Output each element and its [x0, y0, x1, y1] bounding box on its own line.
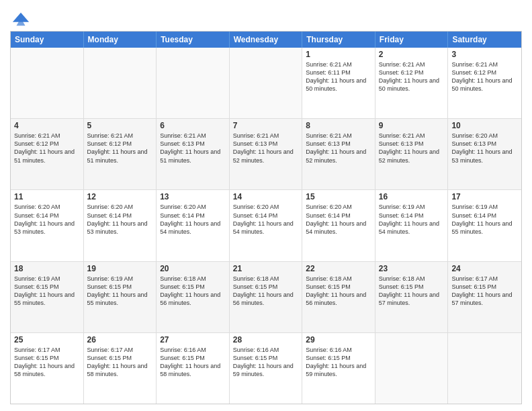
cal-cell-3-3: 21Sunrise: 6:18 AM Sunset: 6:15 PM Dayli… [230, 262, 303, 332]
day-number: 25 [14, 335, 80, 345]
day-number: 6 [160, 121, 226, 130]
cell-info: Sunrise: 6:21 AM Sunset: 6:12 PM Dayligh… [379, 60, 445, 93]
cell-info: Sunrise: 6:21 AM Sunset: 6:13 PM Dayligh… [233, 132, 299, 165]
day-number: 19 [87, 264, 153, 273]
calendar-body: 1Sunrise: 6:21 AM Sunset: 6:11 PM Daylig… [11, 48, 521, 404]
day-number: 24 [451, 264, 518, 273]
cell-info: Sunrise: 6:20 AM Sunset: 6:14 PM Dayligh… [233, 203, 299, 236]
cell-info: Sunrise: 6:16 AM Sunset: 6:15 PM Dayligh… [233, 346, 299, 379]
cal-cell-0-5: 2Sunrise: 6:21 AM Sunset: 6:12 PM Daylig… [375, 48, 449, 118]
day-number: 27 [160, 335, 226, 345]
day-number: 20 [160, 264, 226, 273]
cal-cell-1-1: 5Sunrise: 6:21 AM Sunset: 6:12 PM Daylig… [84, 119, 157, 189]
cal-cell-3-0: 18Sunrise: 6:19 AM Sunset: 6:15 PM Dayli… [11, 262, 84, 332]
cal-cell-2-6: 17Sunrise: 6:19 AM Sunset: 6:14 PM Dayli… [448, 190, 521, 261]
cal-cell-2-4: 15Sunrise: 6:20 AM Sunset: 6:14 PM Dayli… [302, 190, 375, 261]
cal-cell-1-3: 7Sunrise: 6:21 AM Sunset: 6:13 PM Daylig… [230, 119, 303, 189]
day-number: 28 [233, 335, 299, 345]
cell-info: Sunrise: 6:18 AM Sunset: 6:15 PM Dayligh… [160, 275, 226, 308]
day-number: 3 [451, 50, 518, 59]
day-number: 2 [379, 50, 445, 59]
cell-info: Sunrise: 6:21 AM Sunset: 6:12 PM Dayligh… [451, 60, 518, 93]
day-number: 16 [379, 192, 445, 201]
logo [10, 9, 30, 26]
cell-info: Sunrise: 6:18 AM Sunset: 6:15 PM Dayligh… [306, 275, 371, 308]
logo-icon [11, 9, 30, 28]
day-number: 7 [233, 121, 299, 130]
cell-info: Sunrise: 6:21 AM Sunset: 6:12 PM Dayligh… [87, 132, 153, 165]
cell-info: Sunrise: 6:21 AM Sunset: 6:13 PM Dayligh… [306, 132, 371, 165]
cal-cell-1-6: 10Sunrise: 6:20 AM Sunset: 6:13 PM Dayli… [448, 119, 521, 189]
cal-cell-0-6: 3Sunrise: 6:21 AM Sunset: 6:12 PM Daylig… [448, 48, 521, 118]
cal-cell-3-2: 20Sunrise: 6:18 AM Sunset: 6:15 PM Dayli… [157, 262, 230, 332]
day-number: 26 [87, 335, 153, 345]
day-number: 21 [233, 264, 299, 273]
cell-info: Sunrise: 6:18 AM Sunset: 6:15 PM Dayligh… [379, 275, 445, 308]
cal-cell-2-0: 11Sunrise: 6:20 AM Sunset: 6:14 PM Dayli… [11, 190, 84, 261]
cell-info: Sunrise: 6:20 AM Sunset: 6:14 PM Dayligh… [87, 203, 153, 236]
cell-info: Sunrise: 6:16 AM Sunset: 6:15 PM Dayligh… [306, 346, 371, 379]
cal-cell-0-0 [11, 48, 84, 118]
day-number: 17 [451, 192, 518, 201]
calendar-row-1: 4Sunrise: 6:21 AM Sunset: 6:12 PM Daylig… [11, 119, 521, 190]
day-number: 4 [14, 121, 80, 130]
day-number: 22 [306, 264, 371, 273]
header-day-monday: Monday [84, 32, 157, 48]
day-number: 23 [379, 264, 445, 273]
cal-cell-1-4: 8Sunrise: 6:21 AM Sunset: 6:13 PM Daylig… [302, 119, 375, 189]
day-number: 5 [87, 121, 153, 130]
cal-cell-4-3: 28Sunrise: 6:16 AM Sunset: 6:15 PM Dayli… [230, 333, 303, 404]
cal-cell-0-3 [230, 48, 303, 118]
calendar-row-3: 18Sunrise: 6:19 AM Sunset: 6:15 PM Dayli… [11, 262, 521, 333]
cell-info: Sunrise: 6:17 AM Sunset: 6:15 PM Dayligh… [14, 346, 80, 379]
day-number: 14 [233, 192, 299, 201]
calendar-row-2: 11Sunrise: 6:20 AM Sunset: 6:14 PM Dayli… [11, 190, 521, 261]
cell-info: Sunrise: 6:20 AM Sunset: 6:14 PM Dayligh… [306, 203, 371, 236]
calendar-header: SundayMondayTuesdayWednesdayThursdayFrid… [11, 32, 521, 48]
cal-cell-0-1 [84, 48, 157, 118]
header-day-tuesday: Tuesday [157, 32, 230, 48]
cell-info: Sunrise: 6:21 AM Sunset: 6:13 PM Dayligh… [160, 132, 226, 165]
day-number: 8 [306, 121, 371, 130]
cal-cell-4-1: 26Sunrise: 6:17 AM Sunset: 6:15 PM Dayli… [84, 333, 157, 404]
cal-cell-0-2 [157, 48, 230, 118]
day-number: 15 [306, 192, 371, 201]
page: SundayMondayTuesdayWednesdayThursdayFrid… [0, 0, 532, 411]
header-day-thursday: Thursday [302, 32, 375, 48]
cal-cell-3-5: 23Sunrise: 6:18 AM Sunset: 6:15 PM Dayli… [375, 262, 449, 332]
cal-cell-4-2: 27Sunrise: 6:16 AM Sunset: 6:15 PM Dayli… [157, 333, 230, 404]
cal-cell-4-5 [375, 333, 449, 404]
cell-info: Sunrise: 6:18 AM Sunset: 6:15 PM Dayligh… [233, 275, 299, 308]
cell-info: Sunrise: 6:21 AM Sunset: 6:12 PM Dayligh… [14, 132, 80, 165]
header-day-wednesday: Wednesday [230, 32, 303, 48]
cal-cell-2-1: 12Sunrise: 6:20 AM Sunset: 6:14 PM Dayli… [84, 190, 157, 261]
header-day-friday: Friday [375, 32, 449, 48]
cal-cell-4-4: 29Sunrise: 6:16 AM Sunset: 6:15 PM Dayli… [302, 333, 375, 404]
day-number: 18 [14, 264, 80, 273]
calendar: SundayMondayTuesdayWednesdayThursdayFrid… [10, 31, 522, 404]
day-number: 12 [87, 192, 153, 201]
cell-info: Sunrise: 6:16 AM Sunset: 6:15 PM Dayligh… [160, 346, 226, 379]
cell-info: Sunrise: 6:17 AM Sunset: 6:15 PM Dayligh… [87, 346, 153, 379]
cell-info: Sunrise: 6:20 AM Sunset: 6:14 PM Dayligh… [14, 203, 80, 236]
cal-cell-3-6: 24Sunrise: 6:17 AM Sunset: 6:15 PM Dayli… [448, 262, 521, 332]
day-number: 29 [306, 335, 371, 345]
cal-cell-0-4: 1Sunrise: 6:21 AM Sunset: 6:11 PM Daylig… [302, 48, 375, 118]
cell-info: Sunrise: 6:20 AM Sunset: 6:13 PM Dayligh… [451, 132, 518, 165]
cal-cell-1-2: 6Sunrise: 6:21 AM Sunset: 6:13 PM Daylig… [157, 119, 230, 189]
cell-info: Sunrise: 6:19 AM Sunset: 6:14 PM Dayligh… [451, 203, 518, 236]
calendar-row-0: 1Sunrise: 6:21 AM Sunset: 6:11 PM Daylig… [11, 48, 521, 119]
day-number: 1 [306, 50, 371, 59]
cal-cell-2-3: 14Sunrise: 6:20 AM Sunset: 6:14 PM Dayli… [230, 190, 303, 261]
calendar-row-4: 25Sunrise: 6:17 AM Sunset: 6:15 PM Dayli… [11, 333, 521, 404]
cal-cell-2-2: 13Sunrise: 6:20 AM Sunset: 6:14 PM Dayli… [157, 190, 230, 261]
cell-info: Sunrise: 6:21 AM Sunset: 6:13 PM Dayligh… [379, 132, 445, 165]
day-number: 9 [379, 121, 445, 130]
cal-cell-4-0: 25Sunrise: 6:17 AM Sunset: 6:15 PM Dayli… [11, 333, 84, 404]
cal-cell-4-6 [448, 333, 521, 404]
header-day-sunday: Sunday [11, 32, 84, 48]
cell-info: Sunrise: 6:17 AM Sunset: 6:15 PM Dayligh… [451, 275, 518, 308]
cal-cell-2-5: 16Sunrise: 6:19 AM Sunset: 6:14 PM Dayli… [375, 190, 449, 261]
day-number: 11 [14, 192, 80, 201]
cal-cell-1-0: 4Sunrise: 6:21 AM Sunset: 6:12 PM Daylig… [11, 119, 84, 189]
